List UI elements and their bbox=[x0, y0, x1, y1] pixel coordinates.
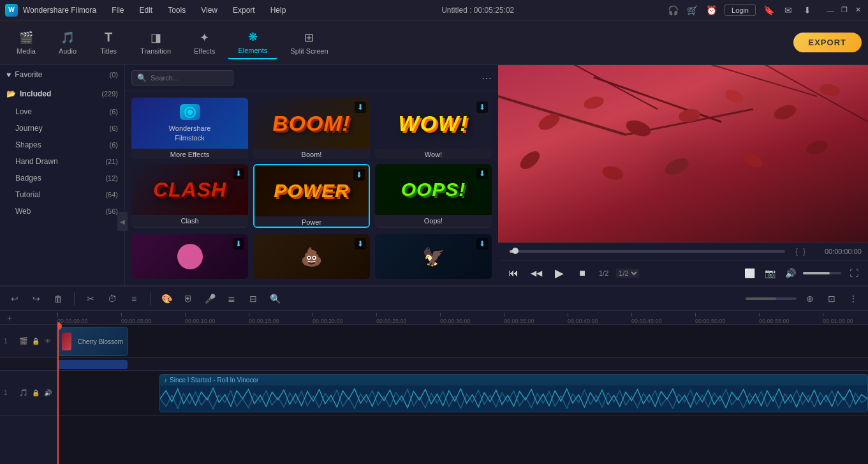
menu-help[interactable]: Help bbox=[268, 4, 289, 16]
lock-icon[interactable]: 🔒 bbox=[31, 336, 41, 347]
skip-back-button[interactable]: ⏮ bbox=[504, 264, 522, 282]
audio-button[interactable]: ≡ bbox=[126, 290, 142, 307]
included-count: (229) bbox=[101, 90, 118, 98]
favorite-section[interactable]: ♥ Favorite (0) bbox=[0, 65, 124, 84]
category-journey[interactable]: Journey (6) bbox=[0, 120, 124, 137]
fullscreen-icon[interactable]: ⛶ bbox=[846, 266, 862, 281]
menu-edit[interactable]: Edit bbox=[137, 4, 156, 16]
included-section[interactable]: 📂 Included (229) bbox=[0, 84, 124, 103]
zoom-slider[interactable] bbox=[746, 297, 797, 300]
headphones-icon[interactable]: 🎧 bbox=[667, 4, 679, 16]
partial-element-2[interactable]: 💩 ⬇ bbox=[253, 234, 370, 279]
eye-icon[interactable]: 👁 bbox=[43, 336, 53, 347]
menu-file[interactable]: File bbox=[109, 4, 126, 16]
volume-icon[interactable]: 🔊 bbox=[783, 266, 798, 281]
clash-text: CLASH bbox=[153, 178, 226, 202]
step-back-button[interactable]: ◀◀ bbox=[527, 264, 545, 282]
playhead[interactable] bbox=[57, 325, 59, 464]
element-power[interactable]: POWER ⬇ Power bbox=[253, 164, 370, 228]
login-button[interactable]: Login bbox=[725, 4, 756, 16]
zoom-out-icon[interactable]: 🔍 bbox=[267, 290, 283, 307]
toolbar-transition[interactable]: ◨ Transition bbox=[130, 27, 181, 59]
progress-handle[interactable] bbox=[512, 248, 519, 254]
timeline-settings-icon[interactable]: ⋮ bbox=[845, 290, 862, 307]
partial-thumb-2: 💩 bbox=[300, 246, 323, 267]
svg-point-11 bbox=[678, 107, 702, 124]
stop-button[interactable]: ■ bbox=[573, 264, 591, 282]
audio-clip[interactable]: ♪ Since I Started - Roll In Vinocor bbox=[159, 374, 868, 412]
title-bar: W Wondershare Filmora File Edit Tools Vi… bbox=[0, 0, 868, 20]
menu-tools[interactable]: Tools bbox=[165, 4, 188, 16]
toolbar-split-screen[interactable]: ⊞ Split Screen bbox=[280, 27, 338, 59]
element-oops[interactable]: OOPS! ⬇ Oops! bbox=[375, 164, 492, 228]
search-input[interactable] bbox=[151, 74, 214, 82]
snapshot-icon[interactable]: 📷 bbox=[762, 266, 777, 281]
sub-clip[interactable] bbox=[57, 360, 128, 369]
menu-view[interactable]: View bbox=[198, 4, 220, 16]
fit-icon[interactable]: ⊡ bbox=[823, 290, 840, 307]
menu-export[interactable]: Export bbox=[230, 4, 258, 16]
ai-icon[interactable]: ≣ bbox=[223, 290, 240, 307]
element-more-effects[interactable]: WondershareFilmstock More Effects bbox=[131, 98, 248, 159]
partial-element-3[interactable]: 🦅 ⬇ bbox=[375, 234, 492, 279]
progress-bar[interactable] bbox=[510, 250, 785, 253]
toolbar-audio[interactable]: 🎵 Audio bbox=[48, 27, 87, 59]
toolbar-titles[interactable]: T Titles bbox=[89, 26, 128, 59]
partial-element-1[interactable]: ⬇ bbox=[131, 234, 248, 279]
svg-line-6 bbox=[562, 65, 658, 109]
category-tutorial[interactable]: Tutorial (64) bbox=[0, 186, 124, 203]
thumbnail-icon[interactable]: ⊟ bbox=[245, 290, 261, 307]
timeline-ruler-area: 00:00:00:00 00:00:05:00 00:00:10:00 00:0… bbox=[57, 311, 868, 464]
clash-label: Clash bbox=[131, 215, 248, 227]
volume-slider[interactable] bbox=[803, 272, 841, 274]
element-boom[interactable]: BOOM! ⬇ Boom! bbox=[253, 98, 370, 159]
ruler-0: 00:00:00:00 bbox=[57, 318, 88, 324]
category-love[interactable]: Love (6) bbox=[0, 103, 124, 120]
redo-button[interactable]: ↪ bbox=[28, 290, 45, 307]
add-track-button[interactable]: + bbox=[4, 312, 15, 324]
partial-elements-row: ⬇ 💩 ⬇ 🦅 ⬇ bbox=[125, 234, 498, 285]
mic-icon[interactable]: 🎤 bbox=[202, 290, 218, 307]
cart-icon[interactable]: 🛒 bbox=[686, 4, 698, 16]
delete-button[interactable]: 🗑 bbox=[50, 290, 66, 307]
category-hand-drawn[interactable]: Hand Drawn (21) bbox=[0, 153, 124, 170]
svg-point-19 bbox=[805, 138, 829, 156]
toolbar-effects[interactable]: ✦ Effects bbox=[184, 27, 225, 59]
audio-lock-icon[interactable]: 🔒 bbox=[31, 388, 41, 398]
download-icon[interactable]: ⬇ bbox=[802, 4, 813, 16]
video-clip[interactable]: Cherry Blossom bbox=[57, 327, 128, 356]
audio-track-num: 1 bbox=[4, 389, 17, 396]
svg-point-13 bbox=[772, 102, 798, 122]
export-button[interactable]: EXPORT bbox=[793, 33, 862, 52]
cut-button[interactable]: ✂ bbox=[82, 290, 99, 307]
grid-view-icon[interactable]: ⋯ bbox=[482, 72, 492, 84]
minimize-button[interactable]: — bbox=[826, 6, 835, 15]
close-button[interactable]: ✕ bbox=[854, 6, 863, 15]
screen-split-icon[interactable]: ⬜ bbox=[742, 266, 757, 281]
elements-icon: ❋ bbox=[248, 30, 258, 44]
category-badges[interactable]: Badges (12) bbox=[0, 170, 124, 186]
undo-button[interactable]: ↩ bbox=[6, 290, 23, 307]
play-button[interactable]: ▶ bbox=[550, 264, 568, 282]
toolbar-media[interactable]: 🎬 Media bbox=[6, 27, 46, 59]
mask-icon[interactable]: ⛨ bbox=[180, 290, 196, 307]
download-partial1-icon: ⬇ bbox=[233, 238, 244, 250]
category-web[interactable]: Web (56) bbox=[0, 203, 124, 220]
speed-button[interactable]: ⏱ bbox=[104, 290, 121, 307]
category-shapes[interactable]: Shapes (6) bbox=[0, 137, 124, 153]
audio-mute-icon[interactable]: 🔊 bbox=[43, 388, 53, 398]
bookmark-icon[interactable]: 🔖 bbox=[763, 4, 775, 16]
color-grade-icon[interactable]: 🎨 bbox=[158, 290, 175, 307]
element-clash[interactable]: CLASH ⬇ Clash bbox=[131, 164, 248, 228]
panel-collapse-arrow[interactable]: ◀ bbox=[117, 212, 128, 231]
zoom-in-icon[interactable]: ⊕ bbox=[802, 290, 818, 307]
toolbar-elements[interactable]: ❋ Elements bbox=[228, 26, 277, 59]
speed-select[interactable]: 1/2 1/1 2/1 bbox=[616, 269, 639, 278]
maximize-button[interactable]: ❐ bbox=[840, 6, 849, 15]
clock-icon[interactable]: ⏰ bbox=[705, 4, 717, 16]
heart-icon: ♥ bbox=[6, 70, 11, 79]
mail-icon[interactable]: ✉ bbox=[783, 4, 794, 16]
element-wow[interactable]: WOW! ⬇ Wow! bbox=[375, 98, 492, 159]
end-bracket: } bbox=[803, 247, 805, 256]
wow-text: WOW! bbox=[399, 111, 469, 136]
